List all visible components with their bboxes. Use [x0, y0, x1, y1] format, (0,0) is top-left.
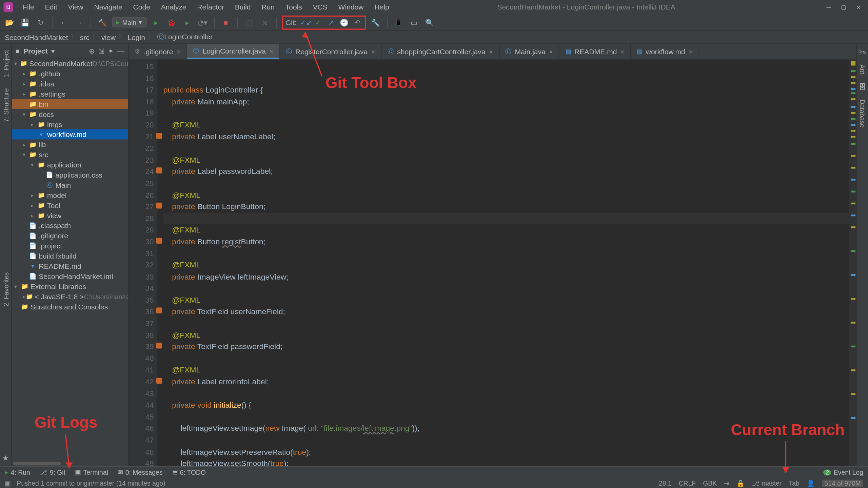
- git-history-icon[interactable]: 🕘: [339, 18, 349, 27]
- menu-analyze[interactable]: Analyze: [156, 2, 191, 13]
- git-tool-tab[interactable]: ⎇9: Git: [40, 468, 65, 476]
- code-content[interactable]: public class LoginController { private M…: [157, 60, 849, 466]
- sync-icon[interactable]: ↻: [35, 16, 46, 28]
- menu-build[interactable]: Build: [230, 2, 256, 13]
- editor-tab[interactable]: ▤workflow.md×: [631, 44, 699, 59]
- tree-node[interactable]: ▾📁docs: [12, 109, 128, 119]
- search-icon[interactable]: 🔍: [423, 16, 435, 28]
- project-tree[interactable]: ▾📁SecondHandMarket D:\CPS\Cou▸📁.github▸📁…: [12, 58, 128, 461]
- back-icon[interactable]: ←: [58, 16, 70, 28]
- memory-indicator[interactable]: 514 of 970M: [822, 480, 863, 487]
- todo-tool-tab[interactable]: ≣6: TODO: [172, 468, 206, 476]
- tree-node[interactable]: ▸📁lib: [12, 139, 128, 149]
- tree-node[interactable]: 📄build.fxbuild: [12, 251, 128, 261]
- messages-tool-tab[interactable]: ✉0: Messages: [118, 468, 163, 476]
- menu-view[interactable]: View: [63, 2, 88, 13]
- menu-vcs[interactable]: VCS: [308, 2, 332, 13]
- tree-node[interactable]: ▸📁.idea: [12, 79, 128, 89]
- breadcrumb-item[interactable]: LoginController: [157, 32, 213, 42]
- close-tab-icon[interactable]: ×: [620, 48, 624, 55]
- tree-node[interactable]: ▾📁SecondHandMarket D:\CPS\Cou: [12, 58, 128, 68]
- close-tab-icon[interactable]: ×: [549, 48, 553, 55]
- run-config-selector[interactable]: ▸Main▾: [112, 17, 147, 27]
- terminal-tool-tab[interactable]: ▣Terminal: [75, 468, 108, 476]
- tree-node[interactable]: ▸📁view: [12, 210, 128, 221]
- editor-tab[interactable]: ▤README.md×: [559, 44, 631, 59]
- breadcrumb-item[interactable]: SecondHandMarket: [5, 33, 68, 42]
- menu-navigate[interactable]: Navigate: [89, 2, 127, 13]
- search-struct-icon[interactable]: ⤨: [259, 16, 271, 28]
- layout-icon[interactable]: ⬚: [243, 16, 255, 28]
- tool-window-icon[interactable]: ▣: [5, 480, 11, 487]
- tree-node[interactable]: ⓒMain: [12, 180, 128, 190]
- open-icon[interactable]: 📂: [4, 16, 16, 28]
- ant-icon[interactable]: 🐜: [858, 48, 867, 56]
- expand-icon[interactable]: ⇲: [98, 47, 104, 55]
- breadcrumb-item[interactable]: src: [80, 33, 90, 42]
- tree-node[interactable]: 📄application.css: [12, 170, 128, 180]
- editor-tab[interactable]: ⒸshoppingCartController.java×: [382, 44, 499, 59]
- git-commit-icon[interactable]: ✓: [313, 18, 323, 27]
- tree-node[interactable]: 📁Scratches and Consoles: [12, 302, 128, 312]
- menu-refactor[interactable]: Refactor: [192, 2, 229, 13]
- tab-indicator[interactable]: Tab: [789, 480, 799, 487]
- tree-node[interactable]: ▾📁application: [12, 160, 128, 170]
- line-ending[interactable]: CRLF: [679, 480, 696, 487]
- git-push-icon[interactable]: ↗: [327, 18, 336, 27]
- menu-edit[interactable]: Edit: [40, 2, 62, 13]
- tree-node[interactable]: 📄.gitignore: [12, 230, 128, 241]
- close-tab-icon[interactable]: ×: [177, 48, 180, 55]
- gutter[interactable]: 1516171819202122232425262728293031323334…: [129, 60, 157, 466]
- profile-icon[interactable]: ◔▾: [197, 16, 209, 28]
- close-tab-icon[interactable]: ×: [689, 48, 692, 55]
- tree-node[interactable]: 📄.project: [12, 241, 128, 251]
- tree-node[interactable]: ▸📁< JavaSE-1.8 > C:\Users\hanza: [12, 291, 128, 302]
- tree-node[interactable]: 📄.classpath: [12, 221, 128, 231]
- tree-node[interactable]: ▸📁.settings: [12, 89, 128, 99]
- run-icon[interactable]: ▸: [150, 16, 162, 28]
- editor-tab[interactable]: ⒸRegisterController.java×: [280, 44, 381, 59]
- hide-icon[interactable]: —: [117, 47, 124, 55]
- lock-icon[interactable]: 🔒: [736, 480, 745, 487]
- tree-node[interactable]: ▾README.md: [12, 261, 128, 271]
- tree-node[interactable]: 📁bin: [12, 99, 128, 109]
- tree-node[interactable]: ▸📁.github: [12, 68, 128, 79]
- tree-node[interactable]: ▾workflow.md: [12, 129, 128, 140]
- debug-icon[interactable]: 🐞: [166, 16, 178, 28]
- avd-icon[interactable]: 📱: [393, 16, 405, 28]
- close-tab-icon[interactable]: ×: [489, 48, 493, 55]
- build-icon[interactable]: 🔨: [97, 16, 108, 28]
- ant-tool-tab[interactable]: Ant: [859, 62, 866, 77]
- structure-tool-tab[interactable]: 7: Structure: [2, 86, 9, 125]
- close-tab-icon[interactable]: ×: [270, 47, 273, 55]
- minimize-button[interactable]: —: [826, 3, 831, 12]
- error-stripe[interactable]: [849, 60, 856, 466]
- git-rollback-icon[interactable]: ↶: [353, 18, 362, 27]
- breadcrumb-item[interactable]: view: [101, 33, 116, 42]
- code-editor[interactable]: 1516171819202122232425262728293031323334…: [129, 60, 856, 466]
- close-button[interactable]: ✕: [856, 3, 861, 12]
- editor-tab[interactable]: ⒸLoginController.java×: [187, 44, 280, 59]
- tree-node[interactable]: ▸📁model: [12, 190, 128, 200]
- maximize-button[interactable]: ▢: [842, 3, 846, 12]
- run-tool-tab[interactable]: ▸4: Run: [5, 468, 30, 476]
- db-icon[interactable]: 🗄: [859, 83, 866, 91]
- tree-node[interactable]: ▸📁imgs: [12, 119, 128, 129]
- menu-code[interactable]: Code: [128, 2, 155, 13]
- stop-icon[interactable]: ■: [220, 16, 232, 28]
- star-icon[interactable]: ★: [2, 454, 9, 463]
- tree-node[interactable]: ▾📁src: [12, 149, 128, 160]
- coverage-icon[interactable]: ▸: [181, 16, 193, 28]
- menu-run[interactable]: Run: [257, 2, 279, 13]
- tree-node[interactable]: ▾📁External Libraries: [12, 281, 128, 291]
- menu-file[interactable]: File: [18, 2, 39, 13]
- favorites-tool-tab[interactable]: 2: Favorites: [2, 270, 9, 309]
- database-tool-tab[interactable]: Database: [859, 97, 866, 130]
- tree-scrollbar[interactable]: [12, 461, 128, 466]
- event-log-tab[interactable]: 2Event Log: [824, 469, 863, 476]
- wrench-icon[interactable]: 🔧: [369, 16, 381, 28]
- caret-position[interactable]: 28:1: [659, 480, 672, 487]
- locate-icon[interactable]: ⊕: [89, 47, 95, 55]
- close-tab-icon[interactable]: ×: [371, 48, 375, 55]
- inspector-icon[interactable]: 👤: [807, 480, 815, 487]
